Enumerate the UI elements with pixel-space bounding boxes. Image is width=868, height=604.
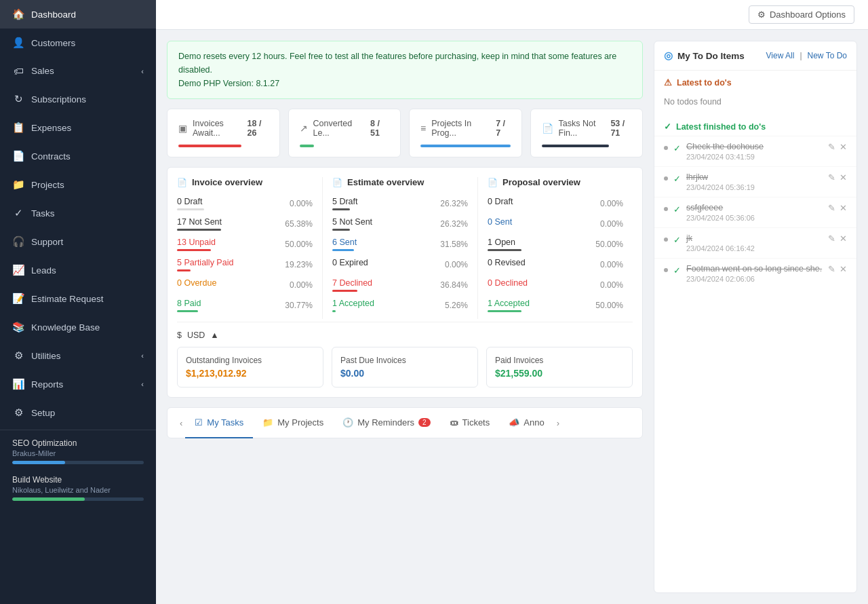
- sidebar: 🏠 Dashboard 👤 Customers 🏷 Sales ‹ ↻ Subs…: [0, 0, 156, 604]
- sidebar-item-tasks[interactable]: ✓ Tasks: [0, 199, 156, 227]
- tab-next-arrow[interactable]: ›: [554, 418, 562, 428]
- projects-tab-icon: 📁: [262, 417, 273, 428]
- demo-banner: Demo resets every 12 hours. Feel free to…: [167, 41, 643, 99]
- paid-invoices-card: Paid Invoices $21,559.00: [486, 347, 633, 388]
- sidebar-item-customers[interactable]: 👤 Customers: [0, 29, 156, 57]
- sidebar-item-estimate-request[interactable]: 📝 Estimate Request: [0, 284, 156, 313]
- sidebar-item-leads[interactable]: 📈 Leads: [0, 256, 156, 284]
- tab-my-reminders[interactable]: 🕐 My Reminders 2: [333, 407, 439, 438]
- check-icon: ✓: [664, 121, 671, 132]
- project-progress-bar: [12, 461, 144, 464]
- support-icon: 🎧: [12, 235, 24, 248]
- proposal-overview-panel: 📄 Proposal overview 0 Draft 0.00% 0 Sent…: [478, 177, 633, 319]
- finished-todos-section: ✓ Latest finished to do's: [654, 115, 856, 136]
- sidebar-item-label: Projects: [31, 180, 64, 190]
- sidebar-item-label: Estimate Request: [31, 294, 104, 304]
- demo-line2: Demo PHP Version: 8.1.27: [178, 77, 631, 90]
- overview-row: 0 Declined 0.00%: [488, 278, 623, 292]
- overview-row: 0 Expired 0.00%: [332, 258, 468, 271]
- todo-delete-button[interactable]: ✕: [840, 264, 847, 274]
- todo-drag-dot: [664, 146, 668, 150]
- overview-row: 5 Not Sent 26.32%: [332, 217, 468, 231]
- currency-symbol: $: [177, 331, 182, 340]
- card-value: $0.00: [340, 368, 469, 379]
- tab-tickets[interactable]: 🎟 Tickets: [440, 407, 500, 438]
- new-todo-button[interactable]: New To Do: [808, 51, 847, 60]
- overview-row: 5 Draft 26.32%: [332, 197, 468, 210]
- invoice-icon: ▣: [178, 123, 187, 134]
- tab-my-tasks[interactable]: ☑ My Tasks: [185, 407, 253, 438]
- todo-edit-button[interactable]: ✎: [828, 233, 835, 244]
- main-content: ⚙ Dashboard Options Demo resets every 12…: [156, 0, 868, 604]
- project-sub: Brakus-Miller: [12, 449, 144, 457]
- todo-date: 23/04/2024 02:06:06: [686, 275, 823, 283]
- sales-icon: 🏷: [12, 65, 24, 77]
- chevron-right-icon: ‹: [141, 352, 144, 360]
- overview-row: 1 Accepted 5.26%: [332, 299, 468, 312]
- card-label: Paid Invoices: [495, 356, 624, 365]
- sidebar-item-setup[interactable]: ⚙ Setup: [0, 398, 156, 427]
- todo-edit-button[interactable]: ✎: [828, 172, 835, 183]
- reminders-tab-icon: 🕐: [342, 417, 353, 428]
- knowledge-icon: 📚: [12, 321, 24, 333]
- todo-edit-button[interactable]: ✎: [828, 142, 835, 152]
- sidebar-item-utilities[interactable]: ⚙ Utilities ‹: [0, 341, 156, 370]
- card-value: $1,213,012.92: [186, 368, 315, 379]
- sidebar-divider: [0, 430, 156, 430]
- todo-delete-button[interactable]: ✕: [840, 142, 847, 152]
- todo-drag-dot: [664, 207, 668, 211]
- todo-done-icon: ✓: [673, 265, 681, 276]
- content-left: Demo resets every 12 hours. Feel free to…: [167, 41, 643, 593]
- sidebar-item-reports[interactable]: 📊 Reports ‹: [0, 370, 156, 398]
- todo-edit-button[interactable]: ✎: [828, 203, 835, 213]
- leads-trend-icon: ↗: [300, 123, 308, 134]
- dashboard-options-button[interactable]: ⚙ Dashboard Options: [749, 5, 854, 24]
- todo-edit-button[interactable]: ✎: [828, 264, 835, 274]
- sidebar-item-projects[interactable]: 📁 Projects: [0, 170, 156, 199]
- estimate-overview-icon: 📄: [332, 178, 342, 187]
- tab-announcements[interactable]: 📣 Anno: [499, 407, 553, 438]
- stat-label: Converted Le...: [313, 119, 366, 138]
- sidebar-item-label: Reports: [31, 379, 63, 390]
- todo-item: ✓ Check the dochouse 23/04/2024 03:41:59…: [654, 136, 856, 166]
- overview-row: 13 Unpaid 50.00%: [177, 238, 313, 251]
- chevron-up-icon[interactable]: ▲: [210, 331, 218, 340]
- todo-drag-dot: [664, 268, 668, 272]
- subscriptions-icon: ↻: [12, 93, 24, 105]
- todo-date: 23/04/2024 05:36:06: [686, 214, 823, 222]
- estimate-overview-panel: 📄 Estimate overview 5 Draft 26.32% 5 Not…: [323, 177, 478, 319]
- sidebar-item-sales[interactable]: 🏷 Sales ‹: [0, 57, 156, 85]
- tab-my-projects[interactable]: 📁 My Projects: [253, 407, 333, 438]
- topbar: ⚙ Dashboard Options: [156, 0, 868, 30]
- sidebar-item-dashboard[interactable]: 🏠 Dashboard: [0, 0, 156, 29]
- todo-delete-button[interactable]: ✕: [840, 233, 847, 244]
- todo-drag-dot: [664, 176, 668, 181]
- todo-date: 23/04/2024 06:16:42: [686, 244, 823, 252]
- tab-prev-arrow[interactable]: ‹: [177, 418, 185, 428]
- stat-progress-bar: [300, 145, 314, 147]
- sidebar-item-knowledge-base[interactable]: 📚 Knowledge Base: [0, 313, 156, 341]
- overview-row: 8 Paid 30.77%: [177, 299, 313, 312]
- overview-row: 5 Partially Paid 19.23%: [177, 258, 313, 271]
- reports-icon: 📊: [12, 378, 24, 390]
- todo-view-all-link[interactable]: View All: [766, 51, 795, 60]
- tasks-tab-icon: ☑: [195, 417, 203, 428]
- stat-card-tasks[interactable]: 📄 Tasks Not Fin... 53 / 71: [530, 109, 644, 157]
- customers-icon: 👤: [12, 37, 24, 49]
- todo-title-text: My To Do Items: [677, 51, 745, 61]
- card-label: Past Due Invoices: [340, 356, 469, 365]
- sidebar-item-contracts[interactable]: 📄 Contracts: [0, 142, 156, 170]
- expenses-icon: 📋: [12, 121, 24, 134]
- stat-card-invoices[interactable]: ▣ Invoices Await... 18 / 26: [167, 109, 280, 157]
- sidebar-item-support[interactable]: 🎧 Support: [0, 227, 156, 256]
- stat-card-projects[interactable]: ≡ Projects In Prog... 7 / 7: [409, 109, 522, 157]
- sidebar-item-expenses[interactable]: 📋 Expenses: [0, 113, 156, 142]
- todo-divider: |: [800, 51, 802, 60]
- overview-row: 17 Not Sent 65.38%: [177, 217, 313, 231]
- sidebar-item-subscriptions[interactable]: ↻ Subscriptions: [0, 85, 156, 113]
- todo-delete-button[interactable]: ✕: [840, 203, 847, 213]
- todo-delete-button[interactable]: ✕: [840, 172, 847, 183]
- sidebar-item-label: Sales: [31, 66, 54, 76]
- progress-fill: [12, 461, 65, 464]
- stat-card-leads[interactable]: ↗ Converted Le... 8 / 51: [288, 109, 401, 157]
